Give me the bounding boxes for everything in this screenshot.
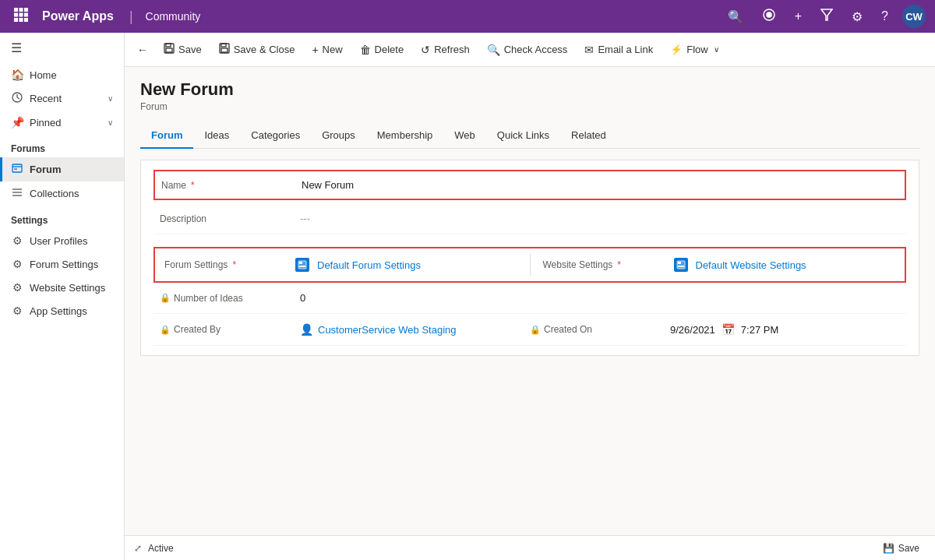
sidebar-item-website-settings[interactable]: ⚙ Website Settings: [0, 276, 124, 299]
forum-icon: [11, 163, 23, 176]
add-icon[interactable]: +: [790, 6, 806, 26]
tab-categories[interactable]: Categories: [240, 123, 311, 149]
sidebar-item-forum[interactable]: Forum: [0, 157, 124, 181]
svg-rect-6: [14, 18, 18, 22]
svg-point-10: [767, 12, 771, 17]
status-save-button[interactable]: 💾 Save: [877, 540, 926, 557]
refresh-label: Refresh: [434, 44, 470, 55]
sidebar-item-app-settings[interactable]: ⚙ App Settings: [0, 299, 124, 322]
website-settings-entity-icon: [674, 258, 688, 272]
description-field-group: Description ---: [160, 208, 900, 229]
tab-ideas[interactable]: Ideas: [193, 123, 240, 149]
check-access-icon: 🔍: [487, 44, 500, 56]
command-bar: ← Save: [125, 33, 935, 67]
created-on-date: 9/26/2021: [670, 324, 715, 336]
save-button[interactable]: Save: [156, 38, 210, 61]
settings-icon[interactable]: ⚙: [847, 6, 867, 27]
num-ideas-label: 🔒 Number of Ideas: [160, 293, 300, 304]
refresh-button[interactable]: ↺ Refresh: [413, 39, 478, 61]
sidebar-forum-label: Forum: [30, 164, 61, 175]
forum-settings-field: Forum Settings *: [164, 258, 517, 272]
help-icon[interactable]: ?: [877, 6, 893, 26]
svg-rect-21: [166, 48, 172, 52]
app-settings-icon: ⚙: [11, 305, 23, 317]
user-avatar[interactable]: CW: [902, 5, 926, 28]
tab-quick-links[interactable]: Quick Links: [486, 123, 560, 149]
forum-settings-icon: ⚙: [11, 258, 23, 270]
save-close-button[interactable]: Save & Close: [211, 38, 303, 61]
created-by-label: 🔒 Created By: [160, 324, 300, 335]
svg-rect-26: [299, 262, 302, 264]
sidebar-item-collections[interactable]: Collections: [0, 181, 124, 206]
sidebar-item-pinned[interactable]: 📌 Pinned ∨: [0, 111, 124, 134]
created-by-col: 🔒 Created By 👤 CustomerService Web Stagi…: [160, 319, 530, 340]
tab-forum[interactable]: Forum: [140, 123, 193, 149]
name-required: *: [191, 180, 195, 191]
forums-group-label: Forums: [0, 134, 124, 157]
new-button[interactable]: + New: [304, 39, 350, 61]
back-button[interactable]: ←: [131, 39, 154, 61]
flow-button[interactable]: ⚡ Flow ∨: [662, 39, 726, 60]
new-label: New: [323, 44, 343, 55]
num-ideas-value: 0: [300, 292, 900, 304]
form-row-num-ideas: 🔒 Number of Ideas 0: [153, 283, 906, 314]
circle-icon[interactable]: [757, 5, 781, 28]
sidebar-website-settings-label: Website Settings: [30, 282, 105, 294]
svg-rect-0: [14, 8, 18, 12]
sidebar-hamburger[interactable]: ☰: [0, 33, 124, 63]
check-access-label: Check Access: [504, 44, 568, 55]
check-access-button[interactable]: 🔍 Check Access: [479, 39, 576, 61]
website-settings-icon: ⚙: [11, 281, 23, 294]
status-label: Active: [148, 543, 174, 554]
sidebar-item-forum-settings[interactable]: ⚙ Forum Settings: [0, 252, 124, 276]
save-close-icon: [219, 43, 230, 56]
save-close-label: Save & Close: [234, 44, 295, 55]
svg-rect-7: [19, 18, 23, 22]
flow-chevron: ∨: [714, 45, 719, 54]
filter-icon[interactable]: [816, 5, 838, 27]
delete-icon: 🗑: [360, 44, 371, 56]
sidebar-pinned-label: Pinned: [30, 117, 61, 129]
created-by-field: 👤 CustomerService Web Staging: [300, 323, 457, 336]
tab-groups[interactable]: Groups: [311, 123, 366, 149]
environment-label: Community: [146, 10, 201, 23]
sidebar-item-recent[interactable]: Recent ∨: [0, 86, 124, 111]
svg-rect-8: [24, 18, 28, 22]
nav-separator: |: [129, 9, 133, 25]
svg-rect-24: [221, 48, 228, 52]
main-content: ← Save: [125, 33, 935, 560]
website-settings-value[interactable]: Default Website Settings: [674, 258, 806, 272]
created-by-value[interactable]: CustomerService Web Staging: [318, 324, 457, 336]
svg-marker-11: [821, 9, 832, 20]
collections-icon: [11, 187, 23, 200]
forum-settings-required: *: [232, 259, 236, 270]
delete-button[interactable]: 🗑 Delete: [352, 39, 412, 61]
sidebar-item-user-profiles[interactable]: ⚙ User Profiles: [0, 229, 124, 252]
forum-settings-entity-icon: [295, 258, 309, 272]
save-label: Save: [178, 44, 202, 55]
svg-rect-5: [24, 13, 28, 17]
created-on-label: 🔒 Created On: [530, 324, 670, 335]
waffle-icon[interactable]: [9, 5, 33, 28]
save-icon: [164, 43, 175, 56]
flow-label: Flow: [686, 44, 707, 55]
svg-rect-23: [221, 44, 226, 47]
tab-web[interactable]: Web: [443, 123, 486, 149]
search-icon[interactable]: 🔍: [723, 6, 748, 27]
description-label: Description: [160, 213, 300, 224]
created-on-lock-icon: 🔒: [530, 325, 541, 335]
tab-membership[interactable]: Membership: [366, 123, 444, 149]
name-label: Name *: [161, 180, 302, 191]
name-value[interactable]: New Forum: [302, 179, 898, 191]
svg-rect-4: [19, 13, 23, 17]
website-settings-label: Website Settings *: [543, 259, 668, 270]
sidebar-home-label: Home: [30, 69, 57, 81]
tab-related[interactable]: Related: [560, 123, 617, 149]
status-save-label: Save: [898, 543, 919, 554]
forum-settings-value[interactable]: Default Forum Settings: [295, 258, 421, 272]
tabs-container: Forum Ideas Categories Groups Membership…: [140, 123, 919, 149]
description-value: ---: [300, 213, 900, 224]
email-link-button[interactable]: ✉ Email a Link: [577, 39, 661, 61]
expand-icon[interactable]: ⤢: [134, 543, 142, 554]
sidebar-item-home[interactable]: 🏠 Home: [0, 63, 124, 86]
